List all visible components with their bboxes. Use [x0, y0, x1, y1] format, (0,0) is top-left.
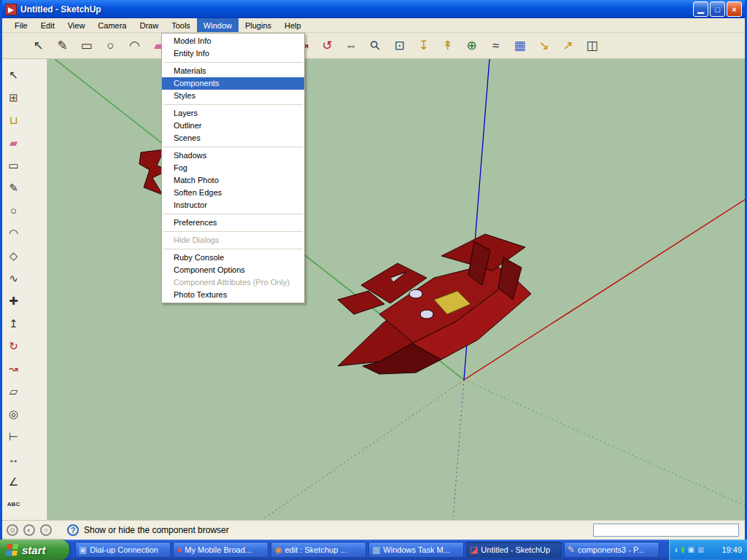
toolbar-tool-button[interactable]: ↖: [27, 35, 50, 57]
menu-item-match-photo[interactable]: Match Photo: [162, 174, 304, 187]
menu-item-scenes[interactable]: Scenes: [162, 132, 304, 144]
palette-tool-button[interactable]: ⊔: [4, 109, 23, 131]
status-indicator-icon[interactable]: ⊙: [7, 524, 18, 536]
menu-item-shadows[interactable]: Shadows: [162, 149, 304, 162]
palette-tool-button[interactable]: ↻: [4, 335, 23, 357]
task-dialup-connection[interactable]: ▣ Dial-up Connection: [75, 542, 171, 558]
toolbar-tool-button[interactable]: ○: [99, 35, 122, 57]
palette-tool-button[interactable]: ↔: [4, 448, 23, 470]
palette-tool-button[interactable]: ✚: [4, 290, 23, 311]
sketchup-app-icon: [5, 4, 17, 15]
menu-item-styles[interactable]: Styles: [162, 90, 304, 102]
menu-tools[interactable]: Tools: [165, 18, 197, 32]
task-firefox-sketchup-edit[interactable]: ◉ edit : Sketchup ...: [271, 542, 366, 558]
maximize-button[interactable]: □: [710, 1, 725, 17]
toolbar-tool-button[interactable]: ↗: [557, 35, 579, 57]
tool-icon: ⊡: [394, 38, 404, 53]
toolbar-tool-button[interactable]: ✎: [51, 35, 74, 57]
tray-icon[interactable]: ▦: [697, 546, 704, 553]
palette-tool-button[interactable]: ◎: [4, 403, 23, 424]
close-button[interactable]: ×: [727, 1, 742, 17]
tool-icon: ✎: [57, 38, 67, 53]
menu-item-photo-textures[interactable]: Photo Textures: [162, 289, 304, 301]
toolbar-tool-button[interactable]: ↺: [316, 35, 338, 57]
statusbar: ⊙ ◐ ○ ? Show or hide the component brows…: [2, 520, 745, 540]
task-label: My Mobile Broad...: [185, 545, 252, 554]
task-mobile-broadband[interactable]: ● My Mobile Broad...: [173, 542, 268, 558]
palette-tool-button[interactable]: ◠: [4, 222, 23, 244]
toolbar-tool-button[interactable]: ≈: [484, 35, 507, 57]
status-indicator-icon[interactable]: ○: [40, 524, 52, 536]
paint-icon: ✎: [568, 545, 575, 554]
toolbar-tool-button[interactable]: ▦: [508, 35, 531, 57]
palette-tool-button[interactable]: ▱: [4, 381, 23, 402]
toolbar-tool-button[interactable]: ▭: [75, 35, 98, 57]
toolbar-tool-button[interactable]: ◫: [581, 35, 603, 57]
aircraft-model[interactable]: [338, 234, 531, 374]
hide-icons-chevron[interactable]: ‹: [675, 545, 678, 555]
menu-item-soften-edges[interactable]: Soften Edges: [162, 187, 304, 199]
task-windows-task-manager[interactable]: ▦ Windows Task M...: [368, 542, 464, 558]
menubar: File Edit View Camera Draw Tools Window …: [2, 18, 745, 33]
menu-window[interactable]: Window: [197, 18, 239, 32]
menu-item-component-options[interactable]: Component Options: [162, 264, 304, 276]
tray-icon[interactable]: ▣: [688, 546, 694, 553]
red-axis-negative-dashed: [262, 380, 464, 520]
toolbar-tool-button[interactable]: ⇔: [340, 35, 363, 57]
menu-edit[interactable]: Edit: [34, 18, 61, 32]
menu-item-model-info[interactable]: Model Info: [162, 35, 304, 47]
palette-tool-button[interactable]: ABC: [4, 494, 23, 515]
menu-item-fog[interactable]: Fog: [162, 162, 304, 174]
palette-tool-button[interactable]: ⊢: [4, 426, 23, 447]
status-indicator-icon[interactable]: ◐: [23, 524, 35, 536]
toolbar-tool-button[interactable]: ↘: [533, 35, 555, 57]
start-button[interactable]: start: [0, 540, 69, 560]
toolbar-tool-button[interactable]: ⚲: [364, 35, 387, 57]
sketchup-window: Untitled - SketchUp ▁ □ × File Edit View…: [0, 0, 747, 540]
tool-icon: ▭: [80, 38, 92, 53]
toolbar-tool-button[interactable]: ⊕: [460, 35, 483, 57]
toolbar-tool-button[interactable]: ↟: [436, 35, 459, 57]
palette-tool-button[interactable]: ∿: [4, 268, 23, 289]
menu-item-layers[interactable]: Layers: [162, 107, 304, 120]
palette-tool-button[interactable]: ◇: [4, 245, 23, 266]
palette-tool-button[interactable]: ⊞: [4, 87, 23, 108]
toolbar-tool-button[interactable]: ◠: [123, 35, 146, 57]
toolbar-tool-button[interactable]: ⊡: [388, 35, 411, 57]
modeling-canvas[interactable]: [47, 59, 745, 520]
menu-item-instructor[interactable]: Instructor: [162, 199, 304, 211]
menu-file[interactable]: File: [8, 18, 34, 32]
tool-icon: ↻: [9, 340, 18, 353]
tool-icon: ↺: [322, 38, 332, 53]
task-components3-paint[interactable]: ✎ components3 - P...: [564, 542, 659, 558]
tool-icon: ↝: [9, 362, 18, 376]
menu-view[interactable]: View: [61, 18, 92, 32]
menu-item-components[interactable]: Components: [162, 77, 304, 90]
palette-tool-button[interactable]: ✎: [4, 177, 23, 198]
minimize-button[interactable]: ▁: [693, 1, 708, 17]
menu-item-outliner[interactable]: Outliner: [162, 120, 304, 132]
toolbar-tool-button[interactable]: ↧: [412, 35, 435, 57]
menu-help[interactable]: Help: [278, 18, 308, 32]
tool-icon: ✚: [9, 295, 18, 308]
tool-icon: ○: [107, 39, 114, 53]
palette-tool-button[interactable]: ↝: [4, 358, 23, 379]
measurements-box[interactable]: [593, 524, 739, 537]
menu-item-materials[interactable]: Materials: [162, 65, 304, 77]
palette-tool-button[interactable]: ↥: [4, 313, 23, 334]
palette-tool-button[interactable]: ○: [4, 200, 23, 221]
palette-tool-button[interactable]: ▭: [4, 155, 23, 176]
tool-icon: ↧: [418, 38, 428, 53]
menu-item-entity-info[interactable]: Entity Info: [162, 47, 304, 60]
tray-icon[interactable]: ▮: [681, 546, 685, 553]
viewport-svg[interactable]: [47, 59, 745, 520]
menu-camera[interactable]: Camera: [91, 18, 133, 32]
palette-tool-button[interactable]: ▰: [4, 132, 23, 153]
menu-draw[interactable]: Draw: [133, 18, 165, 32]
palette-tool-button[interactable]: ↖: [4, 64, 23, 85]
task-untitled-sketchup[interactable]: ◪ Untitled - SketchUp: [466, 542, 562, 558]
palette-tool-button[interactable]: ∠: [4, 471, 23, 492]
menu-item-preferences[interactable]: Preferences: [162, 217, 304, 229]
menu-item-ruby-console[interactable]: Ruby Console: [162, 252, 304, 264]
menu-plugins[interactable]: Plugins: [239, 18, 278, 32]
